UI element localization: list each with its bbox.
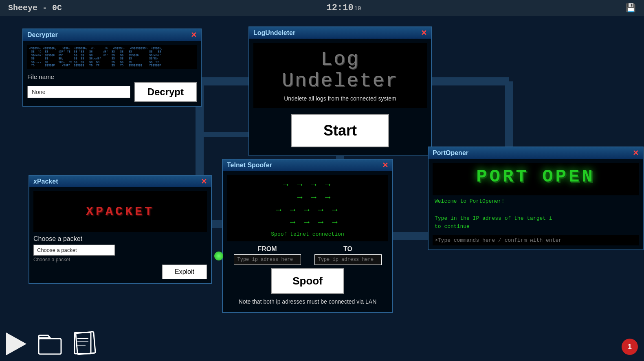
- folder-icon: [37, 330, 63, 357]
- portopener-ascii-text: PORT OPEN: [437, 167, 635, 186]
- clock-seconds: 10: [354, 5, 361, 12]
- telnet-content: → → → → → → →→ → → → → → → → → Spoof tel…: [223, 171, 392, 312]
- top-bar: Sheeye - 0C 12:10 10 💾: [0, 0, 644, 16]
- file-name-row: Decrypt: [27, 82, 197, 102]
- start-button[interactable]: Start: [291, 114, 389, 147]
- notification-badge[interactable]: 1: [622, 339, 638, 355]
- lan-note: Note that both ip adresses must be conne…: [227, 298, 388, 306]
- portopener-content: PORT OPEN Welcome to PortOpener! Type in…: [429, 159, 643, 249]
- telnet-arrows: → → → → → → →→ → → → → → → → →: [276, 179, 339, 229]
- portopener-input-row: [433, 235, 639, 245]
- decrypt-button[interactable]: Decrypt: [134, 82, 197, 102]
- xpacket-title: xPacket: [33, 178, 58, 185]
- telnet-close-button[interactable]: ✕: [382, 162, 388, 169]
- play-icon: [6, 333, 26, 355]
- from-label: FROM: [257, 245, 277, 253]
- telnet-ascii-area: → → → → → → →→ → → → → → → → → Spoof tel…: [227, 175, 388, 241]
- app-title: Sheeye - 0C: [8, 3, 62, 13]
- telnet-panel: Telnet Spoofer ✕ → → → → → → →→ → → → → …: [222, 159, 393, 313]
- exploit-button[interactable]: Exploit: [162, 265, 207, 279]
- decrypter-close-button[interactable]: ✕: [191, 31, 197, 39]
- folder-button[interactable]: [37, 330, 63, 357]
- portopener-close-button[interactable]: ✕: [633, 149, 639, 157]
- portopener-command-input[interactable]: [435, 237, 637, 243]
- logundeleter-content: Log Undeleter Undelete all logs from the…: [249, 39, 431, 155]
- notes-icon: [71, 330, 98, 357]
- clock-time: 12:10: [327, 3, 354, 13]
- file-name-input[interactable]: [27, 86, 130, 98]
- from-group: FROM: [234, 245, 301, 265]
- xpacket-ascii-text: XPACKET: [86, 205, 154, 219]
- xpacket-close-button[interactable]: ✕: [201, 178, 207, 185]
- play-button[interactable]: [4, 332, 29, 356]
- decrypter-ascii: d$$$$b, d$$$$$b, .o$$b, d$$$$$b, db db d…: [27, 45, 197, 69]
- packet-input[interactable]: [33, 245, 115, 256]
- logundeleter-title: LogUndeleter: [253, 29, 295, 37]
- notes-button[interactable]: [71, 330, 98, 357]
- xpacket-ascii-area: XPACKET: [33, 191, 207, 232]
- logundeleter-close-button[interactable]: ✕: [421, 29, 427, 37]
- to-ip-input[interactable]: [314, 254, 382, 265]
- svg-rect-10: [76, 332, 95, 354]
- portopener-titlebar: PortOpener ✕: [429, 147, 643, 159]
- portopener-panel: PortOpener ✕ PORT OPEN Welcome to PortOp…: [428, 147, 644, 250]
- spoof-button[interactable]: Spoof: [271, 268, 344, 294]
- packet-hint: Choose a packet: [33, 257, 207, 263]
- to-label: TO: [343, 245, 352, 253]
- telnet-titlebar: Telnet Spoofer ✕: [223, 160, 392, 171]
- exploit-btn-row: Exploit: [33, 265, 207, 279]
- packet-input-area: Choose a packet: [33, 245, 207, 263]
- decrypter-content: d$$$$b, d$$$$$b, .o$$b, d$$$$$b, db db d…: [23, 41, 201, 106]
- file-name-label: File name: [27, 73, 197, 80]
- portopener-ascii-area: PORT OPEN: [433, 163, 639, 195]
- from-to-row: FROM TO: [227, 245, 388, 265]
- choose-packet-label: Choose a packet: [33, 235, 207, 243]
- to-group: TO: [314, 245, 382, 265]
- logundeleter-ascii-area: Log Undeleter Undelete all logs from the…: [253, 43, 427, 108]
- from-ip-input[interactable]: [234, 254, 301, 265]
- notification-count: 1: [628, 343, 632, 351]
- system-icon: 💾: [626, 3, 636, 13]
- logundeleter-desc: Undelete all logs from the connected sys…: [284, 95, 396, 102]
- decrypter-titlebar: Decrypter ✕: [23, 29, 201, 41]
- decrypter-panel: Decrypter ✕ d$$$$b, d$$$$$b, .o$$b, d$$$…: [22, 28, 202, 107]
- portopener-title: PortOpener: [433, 149, 468, 157]
- bottom-toolbar: [4, 330, 98, 357]
- green-status-dot: [214, 252, 223, 260]
- svg-rect-8: [39, 339, 61, 354]
- xpacket-panel: xPacket ✕ XPACKET Choose a packet Choose…: [29, 175, 212, 284]
- xpacket-titlebar: xPacket ✕: [29, 176, 211, 187]
- xpacket-content: XPACKET Choose a packet Choose a packet …: [29, 187, 211, 283]
- logundeleter-titlebar: LogUndeleter ✕: [249, 27, 431, 39]
- logundeleter-panel: LogUndeleter ✕ Log Undeleter Undelete al…: [248, 26, 432, 156]
- telnet-spoof-desc: Spoof telnet connection: [271, 231, 344, 237]
- telnet-title: Telnet Spoofer: [227, 162, 272, 169]
- decrypter-title: Decrypter: [27, 31, 58, 39]
- logundeleter-ascii-text: Log Undeleter: [259, 49, 421, 92]
- portopener-welcome-text: Welcome to PortOpener! Type in the IP ad…: [433, 195, 639, 233]
